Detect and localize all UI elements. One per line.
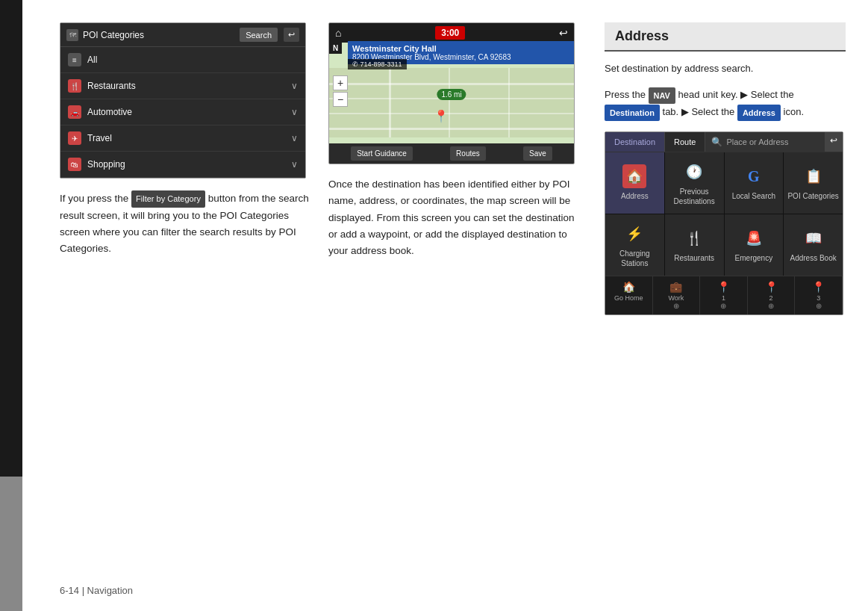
nav-icon-local-search[interactable]: G Local Search — [725, 152, 784, 214]
work-icon: 💼 — [669, 281, 682, 293]
poi-item-label-shopping: Shopping — [87, 159, 125, 170]
charging-stations-icon: ⚡ — [622, 222, 646, 246]
icon-text: icon. — [784, 106, 804, 117]
nav-icon-charging-stations[interactable]: ⚡ Charging Stations — [605, 214, 664, 276]
nav-tag: NAV — [649, 87, 675, 104]
nav-tab-route[interactable]: Route — [665, 132, 705, 152]
fav2-icon: 📍 — [765, 281, 778, 293]
nav-search-placeholder: Place or Address — [726, 137, 819, 146]
nav-icon-restaurants[interactable]: 🍴 Restaurants — [665, 214, 724, 276]
fav1-label: 1 — [722, 294, 725, 302]
press-text: Press the — [605, 89, 646, 100]
nav-icons-grid: 🏠 Address 🕐 Previous Destinations G Loca… — [605, 152, 843, 276]
poi-back-button[interactable]: ↩ — [284, 28, 299, 42]
poi-item-automotive[interactable]: 🚗 Automotive ∨ — [60, 99, 305, 125]
go-home-label: Go Home — [614, 294, 643, 302]
poi-item-icon-travel: ✈ — [68, 131, 81, 145]
map-nav-bar: N — [329, 43, 342, 54]
previous-destinations-icon: 🕐 — [682, 160, 706, 184]
right-column: Address Set destination by address searc… — [597, 22, 846, 596]
poi-item-restaurants[interactable]: 🍴 Restaurants ∨ — [60, 73, 305, 99]
address-book-label: Address Book — [790, 253, 836, 263]
previous-destinations-label: Previous Destinations — [669, 187, 720, 206]
nav-screen-header: Destination Route 🔍 Place or Address ↩ — [605, 132, 843, 152]
restaurants-icon: 🍴 — [682, 226, 706, 250]
left-para-text-before: If you press the — [60, 193, 128, 204]
go-home-icon: 🏠 — [622, 281, 635, 293]
nav-bottom-1[interactable]: 📍 1 ⊕ — [700, 276, 748, 314]
poi-chevron-shopping: ∨ — [291, 159, 298, 170]
work-plus: ⊕ — [673, 302, 679, 310]
poi-header-left: 🗺 POI Categories — [66, 29, 144, 41]
map-address-line1: Westminster City Hall — [352, 44, 569, 53]
map-save-button[interactable]: Save — [523, 146, 552, 161]
nav-icon-previous-destinations[interactable]: 🕐 Previous Destinations — [665, 152, 724, 214]
poi-search-button[interactable]: Search — [240, 28, 278, 42]
map-body: 📍 1.6 mi — [329, 68, 574, 137]
left-paragraph: If you press the Filter by Category butt… — [60, 190, 313, 257]
head-unit-text: head unit key. ▶ Select the — [678, 89, 794, 100]
poi-item-shopping[interactable]: 🛍 Shopping ∨ — [60, 152, 305, 178]
map-back-icon[interactable]: ↩ — [559, 27, 568, 39]
poi-item-icon-shopping: 🛍 — [68, 158, 81, 171]
poi-item-label-automotive: Automotive — [87, 107, 132, 117]
map-phone: ✆ 714-898-3311 — [348, 59, 407, 69]
middle-paragraph: Once the destination has been identified… — [328, 176, 582, 259]
nav-bottom-bar: 🏠 Go Home 💼 Work ⊕ 📍 1 ⊕ 📍 2 ⊕ — [605, 276, 843, 314]
poi-item-icon-all: ≡ — [68, 53, 81, 66]
emergency-label: Emergency — [735, 253, 773, 263]
map-screen: ⌂ 3:00 ↩ N Westminster City Hall 8200 We… — [328, 22, 575, 164]
poi-item-label-all: All — [87, 55, 97, 65]
nav-icon-emergency[interactable]: 🚨 Emergency — [725, 214, 784, 276]
filter-by-category-button[interactable]: Filter by Category — [131, 190, 205, 207]
poi-categories-label: POI Categories — [787, 191, 838, 201]
map-zoom-in[interactable]: + — [333, 75, 348, 90]
poi-chevron-travel: ∨ — [291, 133, 298, 143]
fav2-label: 2 — [769, 294, 773, 302]
map-header: ⌂ 3:00 ↩ — [329, 23, 574, 43]
right-desc1: Set destination by address search. — [605, 61, 846, 76]
poi-icon: 🗺 — [66, 29, 78, 41]
charging-stations-label: Charging Stations — [609, 249, 661, 268]
middle-column: ⌂ 3:00 ↩ N Westminster City Hall 8200 We… — [328, 22, 582, 596]
poi-list: ≡ All 🍴 Restaurants ∨ 🚗 Automotive — [60, 47, 305, 178]
nav-screen: Destination Route 🔍 Place or Address ↩ 🏠… — [605, 131, 843, 315]
section-heading: Address — [605, 22, 846, 52]
search-icon: 🔍 — [711, 137, 722, 147]
nav-icon-poi-categories[interactable]: 📋 POI Categories — [784, 152, 843, 214]
address-icon: 🏠 — [622, 164, 646, 188]
poi-item-icon-restaurants: 🍴 — [68, 79, 81, 93]
map-time: 3:00 — [435, 26, 465, 40]
nav-tab-destination[interactable]: Destination — [605, 132, 665, 152]
address-book-icon: 📖 — [802, 226, 825, 250]
poi-header: 🗺 POI Categories Search ↩ — [60, 23, 305, 47]
map-zoom-controls: + − — [333, 75, 348, 108]
nav-bottom-2[interactable]: 📍 2 ⊕ — [748, 276, 796, 314]
poi-chevron-restaurants: ∨ — [291, 81, 298, 91]
nav-bottom-3[interactable]: 📍 3 ⊕ — [795, 276, 843, 314]
fav3-label: 3 — [817, 294, 820, 302]
fav1-icon: 📍 — [717, 281, 730, 293]
nav-icon-address[interactable]: 🏠 Address — [605, 152, 664, 214]
nav-bottom-work[interactable]: 💼 Work ⊕ — [653, 276, 701, 314]
main-content: 🗺 POI Categories Search ↩ ≡ All — [22, 0, 868, 611]
left-column: 🗺 POI Categories Search ↩ ≡ All — [60, 22, 313, 596]
nav-bottom-go-home[interactable]: 🏠 Go Home — [605, 276, 653, 314]
work-label: Work — [668, 294, 684, 302]
right-instructions: Press the NAV head unit key. ▶ Select th… — [605, 87, 846, 120]
poi-item-travel[interactable]: ✈ Travel ∨ — [60, 125, 305, 152]
destination-tag: Destination — [605, 105, 660, 121]
nav-search-bar[interactable]: 🔍 Place or Address — [705, 132, 825, 152]
map-zoom-out[interactable]: − — [333, 92, 348, 107]
poi-item-label-restaurants: Restaurants — [87, 81, 136, 91]
map-bottom-bar: Start Guidance Routes Save — [329, 143, 574, 164]
nav-icon-address-book[interactable]: 📖 Address Book — [784, 214, 843, 276]
tab-text: tab. ▶ Select the — [663, 106, 735, 117]
nav-back-button[interactable]: ↩ — [825, 132, 843, 152]
map-routes-button[interactable]: Routes — [450, 146, 486, 161]
address-tag: Address — [737, 105, 781, 121]
poi-item-all[interactable]: ≡ All — [60, 47, 305, 73]
map-start-guidance-button[interactable]: Start Guidance — [351, 146, 413, 161]
poi-title: POI Categories — [83, 30, 144, 40]
emergency-icon: 🚨 — [742, 226, 766, 250]
